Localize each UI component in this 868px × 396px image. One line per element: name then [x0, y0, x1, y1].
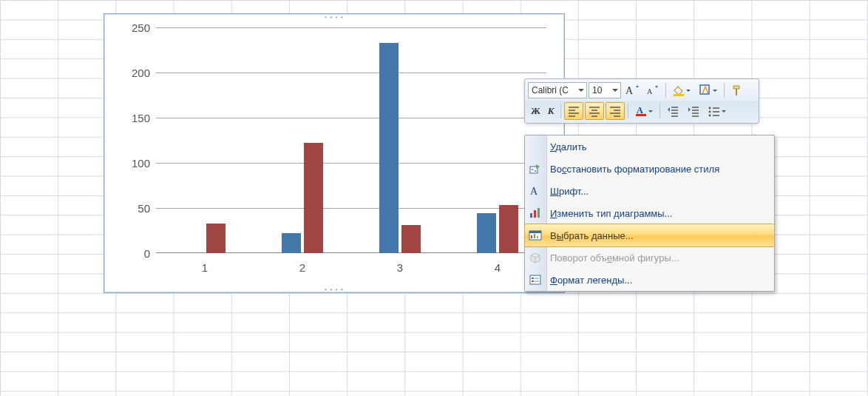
menu-item-change-chart-type[interactable]: Изменить тип диаграммы...: [525, 202, 774, 224]
decrease-indent-button[interactable]: [663, 102, 682, 120]
svg-point-10: [532, 169, 533, 170]
bucket-icon: [672, 84, 685, 97]
font-name-combo[interactable]: Calibri (С: [528, 82, 587, 98]
fill-color-button[interactable]: [669, 81, 694, 99]
x-tick-label: 2: [288, 261, 317, 274]
bar-series1[interactable]: [282, 233, 301, 253]
font-color-icon: A: [634, 104, 648, 118]
svg-rect-22: [532, 278, 534, 279]
svg-point-7: [708, 111, 711, 113]
mini-toolbar: Calibri (С 10 A A Ж К A: [524, 78, 759, 124]
align-right-icon: [608, 104, 622, 118]
svg-rect-21: [530, 275, 540, 284]
svg-rect-20: [537, 236, 538, 238]
gridline: [156, 27, 546, 28]
y-tick-label: 0: [117, 247, 150, 260]
select-data-icon: [529, 229, 542, 242]
italic-icon: К: [548, 105, 555, 117]
dropdown-arrow-icon[interactable]: [648, 104, 654, 118]
bullets-button[interactable]: [705, 102, 730, 120]
y-tick-label: 50: [117, 202, 150, 215]
format-legend-icon: [529, 273, 542, 286]
svg-rect-23: [532, 281, 534, 282]
font-color-button[interactable]: A: [631, 102, 657, 120]
increase-indent-icon: [687, 104, 700, 118]
bar-series2[interactable]: [304, 143, 323, 253]
delete-icon: [529, 140, 542, 153]
bar-series1[interactable]: [477, 213, 496, 253]
svg-rect-17: [529, 231, 541, 233]
bar-series2[interactable]: [401, 225, 421, 253]
y-tick-label: 100: [117, 157, 150, 170]
svg-text:A: A: [530, 186, 538, 197]
svg-point-8: [708, 115, 711, 117]
svg-text:A: A: [647, 87, 653, 95]
dropdown-arrow-icon[interactable]: [712, 84, 718, 97]
context-menu: УдалитьВосстановить форматирование стиля…: [524, 135, 775, 292]
chart-move-handle-top[interactable]: ● ● ● ●: [325, 15, 345, 19]
menu-item-label: Восстановить форматирование стиля: [550, 164, 719, 175]
svg-rect-18: [531, 235, 532, 238]
menu-item-select-data[interactable]: Выбрать данные...: [524, 224, 775, 247]
align-left-button[interactable]: [564, 102, 583, 120]
shrink-font-button[interactable]: A: [643, 81, 662, 99]
align-right-button[interactable]: [606, 102, 625, 120]
x-tick-label: 4: [483, 261, 512, 274]
border-icon: [699, 84, 712, 97]
grow-font-icon: A: [625, 84, 639, 97]
font-name-value: Calibri (С: [532, 85, 569, 95]
chart-move-handle-bottom[interactable]: ● ● ● ●: [325, 287, 345, 292]
format-painter-button[interactable]: [728, 81, 747, 99]
dropdown-arrow-icon[interactable]: [685, 84, 691, 97]
reset-style-icon: [529, 162, 542, 175]
gridline: [156, 163, 546, 164]
y-tick-label: 150: [117, 112, 150, 124]
font-size-value: 10: [592, 85, 602, 95]
grow-font-button[interactable]: A: [623, 81, 642, 99]
menu-item-rotate-3d: Поворот объемной фигуры...: [525, 246, 774, 269]
svg-rect-14: [534, 210, 536, 218]
gridline: [156, 208, 546, 209]
increase-indent-button[interactable]: [684, 102, 703, 120]
shrink-font-icon: A: [646, 84, 660, 97]
change-chart-type-icon: [529, 207, 542, 220]
bar-series2[interactable]: [499, 205, 518, 253]
x-tick-label: 3: [385, 261, 415, 274]
svg-point-6: [708, 107, 711, 110]
svg-rect-5: [636, 114, 646, 116]
menu-item-font[interactable]: AШрифт...: [525, 180, 774, 202]
decrease-indent-icon: [666, 104, 679, 118]
bar-series1[interactable]: [379, 43, 399, 253]
svg-rect-2: [674, 94, 684, 96]
menu-item-label: Формат легенды...: [550, 275, 632, 286]
menu-item-format-legend[interactable]: Формат легенды...: [525, 269, 774, 291]
menu-item-reset-style[interactable]: Восстановить форматирование стиля: [525, 158, 774, 180]
italic-button[interactable]: К: [545, 102, 557, 120]
menu-item-label: Удалить: [550, 141, 587, 152]
x-tick-label: 1: [190, 261, 220, 274]
svg-rect-13: [530, 213, 532, 218]
y-tick-label: 200: [117, 67, 150, 79]
menu-item-label: Поворот объемной фигуры...: [550, 252, 679, 264]
y-tick-label: 250: [117, 21, 150, 34]
gridline: [156, 118, 546, 118]
bullets-icon: [708, 104, 721, 118]
align-center-button[interactable]: [585, 102, 604, 120]
chart-object[interactable]: ● ● ● ● ● ● ● ● 0501001502002501234 Ря Р…: [104, 13, 565, 293]
bar-series2[interactable]: [206, 224, 226, 253]
align-center-icon: [588, 104, 601, 118]
dropdown-arrow-icon[interactable]: [721, 104, 727, 118]
paintbrush-icon: [730, 84, 744, 97]
rotate-3d-icon: [529, 251, 542, 264]
chart-plot-area: 0501001502002501234: [156, 27, 546, 253]
menu-item-delete[interactable]: Удалить: [525, 135, 774, 158]
svg-rect-15: [538, 208, 540, 218]
svg-text:A: A: [637, 105, 643, 115]
svg-point-11: [535, 170, 536, 172]
svg-rect-19: [534, 234, 535, 238]
align-left-icon: [567, 104, 580, 118]
font-size-combo[interactable]: 10: [589, 82, 621, 98]
bold-button[interactable]: Ж: [528, 102, 543, 120]
border-button[interactable]: [696, 81, 721, 99]
menu-item-label: Выбрать данные...: [550, 230, 634, 241]
